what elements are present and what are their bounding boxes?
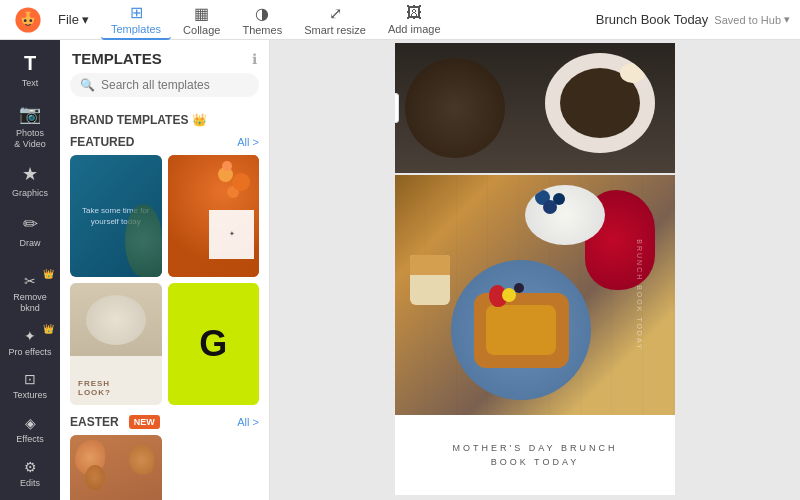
- saved-label: Saved to Hub: [714, 14, 781, 26]
- pro-effects-icon: ✦: [24, 328, 36, 344]
- canvas-area: ‹: [270, 40, 800, 500]
- template-flowers[interactable]: ✦: [168, 155, 260, 277]
- page2-title-line1: MOTHER'S DAY BRUNCH: [453, 443, 618, 453]
- saved-status[interactable]: Saved to Hub ▾: [714, 13, 790, 26]
- fresh-label: FRESH: [78, 379, 154, 388]
- brand-templates-crown: 👑: [192, 113, 207, 127]
- tool-templates-label: Templates: [111, 23, 161, 35]
- tool-themes-label: Themes: [242, 24, 282, 36]
- pro-effects-label: Pro effects: [9, 347, 52, 358]
- file-menu[interactable]: File ▾: [50, 8, 97, 31]
- page1-image: [395, 43, 675, 173]
- photos-icon: 📷: [19, 103, 41, 125]
- page1-dark-food: [560, 68, 640, 138]
- smart-resize-icon: ⤢: [329, 4, 342, 23]
- sidebar-item-remove-bknd[interactable]: ✂ Remove bknd 👑: [2, 267, 58, 320]
- svg-point-3: [29, 12, 35, 18]
- sidebar-item-graphics[interactable]: ★ Graphics: [2, 157, 58, 205]
- canvas-page-1: ‹: [395, 43, 675, 173]
- draw-label: Draw: [19, 238, 40, 249]
- effects-label: Effects: [16, 434, 43, 445]
- easter-section-header: EASTER NEW All >: [70, 415, 259, 429]
- bowl-blue-berry3: [543, 200, 557, 214]
- remove-bknd-crown: 👑: [43, 269, 54, 279]
- easter-all-link[interactable]: All >: [237, 416, 259, 428]
- svg-point-5: [29, 19, 32, 22]
- top-tools: ⊞ Templates ▦ Collage ◑ Themes ⤢ Smart r…: [101, 0, 451, 40]
- doc-title-area: Brunch Book Today Saved to Hub ▾: [596, 12, 790, 27]
- tool-add-image[interactable]: 🖼 Add image: [378, 1, 451, 38]
- edits-icon: ⚙: [24, 459, 37, 475]
- fresh-look: LOOK?: [78, 388, 154, 397]
- tool-collage[interactable]: ▦ Collage: [173, 1, 230, 39]
- themes-icon: ◑: [255, 4, 269, 23]
- template-ocean-preview: Take some time foryourself today: [70, 155, 162, 277]
- collage-icon: ▦: [194, 4, 209, 23]
- remove-bknd-icon: ✂: [24, 273, 36, 289]
- add-image-icon: 🖼: [406, 4, 422, 22]
- search-input[interactable]: [101, 78, 249, 92]
- text-label: Text: [22, 78, 39, 89]
- new-badge: NEW: [129, 415, 160, 429]
- templates-grid: Take some time foryourself today: [70, 155, 259, 405]
- easter-preview: bouquets: [70, 435, 162, 500]
- templates-icon: ⊞: [130, 3, 143, 22]
- brand-templates-section-header: BRAND TEMPLATES 👑: [70, 113, 259, 127]
- remove-bknd-label: Remove bknd: [6, 292, 54, 314]
- textures-label: Textures: [13, 390, 47, 401]
- berry-bowl: [525, 185, 605, 245]
- sidebar-item-pro-effects[interactable]: ✦ Pro effects 👑: [2, 322, 58, 364]
- ocean-plant: [125, 204, 162, 277]
- edits-label: Edits: [20, 478, 40, 489]
- panel-scroll: BRAND TEMPLATES 👑 FEATURED All > Take so…: [60, 105, 269, 500]
- flowers-card: ✦: [209, 210, 255, 259]
- tool-themes[interactable]: ◑ Themes: [232, 1, 292, 39]
- page2-title-line2: BOOK TODAY: [491, 457, 580, 467]
- template-green-preview: G: [168, 283, 260, 405]
- template-green[interactable]: G: [168, 283, 260, 405]
- app-logo: [10, 2, 46, 38]
- info-icon[interactable]: ℹ: [252, 51, 257, 67]
- left-sidebar: T Text 📷 Photos & Video ★ Graphics ✏ Dra…: [0, 40, 60, 500]
- page2-plate: [451, 260, 591, 400]
- search-input-wrap: 🔍: [70, 73, 259, 97]
- template-fresh[interactable]: FRESH LOOK?: [70, 283, 162, 405]
- effects-icon: ◈: [25, 415, 36, 431]
- sidebar-item-photos[interactable]: 📷 Photos & Video: [2, 97, 58, 156]
- topbar: File ▾ ⊞ Templates ▦ Collage ◑ Themes ⤢ …: [0, 0, 800, 40]
- tool-smart-resize[interactable]: ⤢ Smart resize: [294, 1, 376, 39]
- featured-section-header: FEATURED All >: [70, 135, 259, 149]
- graphics-icon: ★: [22, 163, 38, 185]
- flowers-card-text: ✦: [225, 226, 239, 242]
- easter-grid: bouquets: [70, 435, 259, 500]
- text-icon: T: [24, 52, 36, 75]
- featured-all-link[interactable]: All >: [237, 136, 259, 148]
- panel-title: TEMPLATES: [72, 50, 162, 67]
- canvas-page-2: BRUNCH BOOK TODAY MOTHER'S DAY BRUNCH BO…: [395, 175, 675, 495]
- draw-icon: ✏: [23, 213, 38, 235]
- flower3: [232, 173, 250, 191]
- canvas-container: ‹: [395, 43, 675, 497]
- sidebar-item-edits[interactable]: ⚙ Edits: [2, 453, 58, 495]
- svg-point-2: [21, 12, 27, 18]
- fresh-photo-circle: [86, 295, 146, 345]
- easter-flower3: [85, 465, 105, 490]
- fresh-photo: [70, 283, 162, 356]
- tool-smart-resize-label: Smart resize: [304, 24, 366, 36]
- sidebar-item-text[interactable]: T Text: [2, 46, 58, 95]
- page1-plate: [545, 53, 655, 153]
- sidebar-item-textures[interactable]: ⊡ Textures: [2, 365, 58, 407]
- search-icon: 🔍: [80, 78, 95, 92]
- tool-templates[interactable]: ⊞ Templates: [101, 0, 171, 40]
- coffee-cup: [410, 255, 450, 305]
- green-letter: G: [199, 323, 227, 365]
- panel-collapse-handle[interactable]: ‹: [395, 93, 399, 123]
- template-ocean[interactable]: Take some time foryourself today: [70, 155, 162, 277]
- page1-left-food: [405, 58, 505, 158]
- graphics-label: Graphics: [12, 188, 48, 199]
- template-easter[interactable]: bouquets: [70, 435, 162, 500]
- sidebar-item-draw[interactable]: ✏ Draw: [2, 207, 58, 255]
- template-fresh-preview: FRESH LOOK?: [70, 283, 162, 405]
- brand-templates-label: BRAND TEMPLATES: [70, 113, 188, 127]
- sidebar-item-effects[interactable]: ◈ Effects: [2, 409, 58, 451]
